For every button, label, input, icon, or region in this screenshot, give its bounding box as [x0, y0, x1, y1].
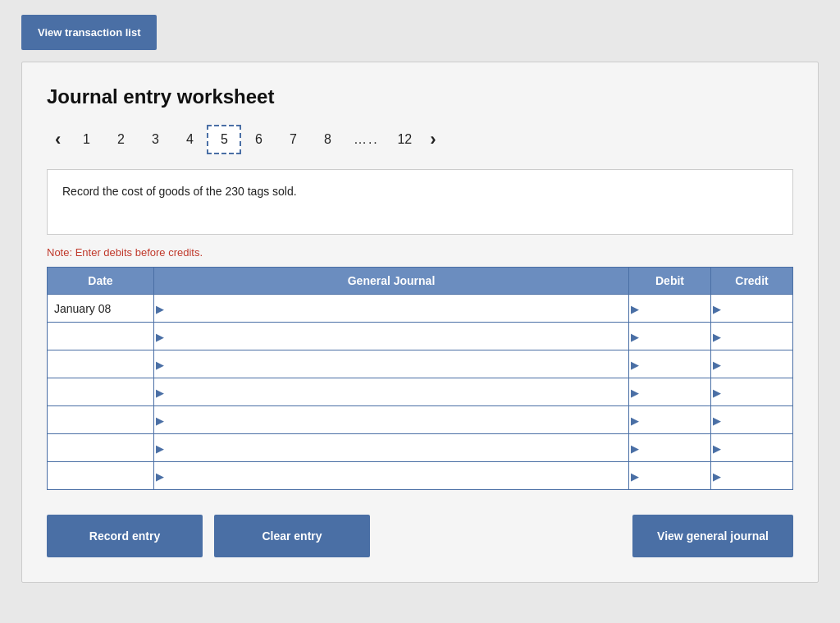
bottom-buttons: Record entry Clear entry View general jo… [47, 515, 793, 557]
page-title: Journal entry worksheet [47, 85, 793, 108]
pagination-page-6[interactable]: 6 [241, 125, 276, 154]
table-row-debit-4[interactable]: ▶ [629, 406, 711, 434]
table-row-debit-3[interactable]: ▶ [629, 378, 711, 406]
table-row-date-6 [48, 462, 154, 490]
table-row-credit-1[interactable]: ▶ [711, 323, 793, 350]
instruction-box: Record the cost of goods of the 230 tags… [47, 169, 793, 235]
journal-input-6[interactable] [169, 462, 628, 489]
table-row-journal-1[interactable]: ▶ [154, 323, 629, 350]
instruction-text: Record the cost of goods of the 230 tags… [62, 185, 297, 198]
arrow-icon-debit-3: ▶ [631, 386, 639, 398]
debit-input-4[interactable] [644, 406, 710, 433]
pagination-ellipsis: ….. [345, 132, 387, 147]
arrow-icon-credit-1: ▶ [713, 330, 721, 342]
arrow-icon-credit-3: ▶ [713, 386, 721, 398]
pagination-page-3[interactable]: 3 [138, 125, 172, 154]
debit-input-1[interactable] [644, 323, 710, 350]
arrow-icon-debit-6: ▶ [631, 470, 639, 482]
debit-input-3[interactable] [644, 378, 710, 405]
arrow-icon-debit-0: ▶ [631, 302, 639, 314]
table-row-debit-2[interactable]: ▶ [629, 350, 711, 378]
credit-input-6[interactable] [726, 462, 792, 489]
table-row-credit-3[interactable]: ▶ [711, 378, 793, 406]
table-row-journal-4[interactable]: ▶ [154, 406, 629, 434]
debit-input-0[interactable] [644, 295, 710, 322]
pagination-page-4[interactable]: 4 [172, 125, 207, 154]
debit-input-2[interactable] [644, 350, 710, 378]
debit-input-6[interactable] [644, 462, 710, 489]
header-debit: Debit [629, 268, 711, 295]
journal-input-4[interactable] [169, 406, 628, 433]
header-date: Date [48, 268, 154, 295]
table-row-date-1 [48, 323, 154, 350]
arrow-icon-debit-2: ▶ [631, 358, 639, 370]
arrow-icon-credit-0: ▶ [713, 302, 721, 314]
arrow-icon-credit-6: ▶ [713, 470, 721, 482]
pagination-page-8[interactable]: 8 [310, 125, 345, 154]
note-text: Note: Enter debits before credits. [47, 246, 793, 259]
table-row-debit-1[interactable]: ▶ [629, 323, 711, 350]
arrow-icon-journal-6: ▶ [156, 470, 164, 482]
journal-input-3[interactable] [169, 378, 628, 405]
pagination-next[interactable]: › [422, 127, 444, 152]
arrow-icon-credit-2: ▶ [713, 358, 721, 370]
journal-input-5[interactable] [169, 434, 628, 461]
table-row-journal-6[interactable]: ▶ [154, 462, 629, 490]
table-row-debit-6[interactable]: ▶ [629, 462, 711, 490]
table-row-credit-4[interactable]: ▶ [711, 406, 793, 434]
arrow-icon-journal-0: ▶ [156, 302, 164, 314]
table-row-credit-2[interactable]: ▶ [711, 350, 793, 378]
pagination-page-12[interactable]: 12 [387, 125, 422, 154]
table-row-date-4 [48, 406, 154, 434]
credit-input-1[interactable] [726, 323, 792, 350]
table-row-date-0: January 08 [48, 295, 154, 323]
journal-table: Date General Journal Debit Credit Januar… [47, 267, 793, 490]
table-row-debit-5[interactable]: ▶ [629, 434, 711, 462]
debit-input-5[interactable] [644, 434, 710, 461]
header-journal: General Journal [154, 268, 629, 295]
clear-entry-button[interactable]: Clear entry [214, 515, 370, 557]
table-row-journal-0[interactable]: ▶ [154, 295, 629, 323]
table-row-credit-0[interactable]: ▶ [711, 295, 793, 323]
table-row-debit-0[interactable]: ▶ [629, 295, 711, 323]
arrow-icon-journal-1: ▶ [156, 330, 164, 342]
view-transaction-list-button[interactable]: View transaction list [21, 15, 157, 50]
view-general-journal-button[interactable]: View general journal [632, 515, 793, 557]
pagination-prev[interactable]: ‹ [47, 127, 69, 152]
table-row-credit-6[interactable]: ▶ [711, 462, 793, 490]
table-row-journal-2[interactable]: ▶ [154, 350, 629, 378]
table-row-date-2 [48, 350, 154, 378]
credit-input-4[interactable] [726, 406, 792, 433]
table-row-date-3 [48, 378, 154, 406]
table-row-credit-5[interactable]: ▶ [711, 434, 793, 462]
journal-input-2[interactable] [169, 350, 628, 378]
journal-input-0[interactable] [169, 295, 628, 322]
header-credit: Credit [711, 268, 793, 295]
arrow-icon-debit-4: ▶ [631, 414, 639, 426]
credit-input-3[interactable] [726, 378, 792, 405]
table-row-date-5 [48, 434, 154, 462]
credit-input-5[interactable] [726, 434, 792, 461]
journal-input-1[interactable] [169, 323, 628, 350]
table-row-journal-3[interactable]: ▶ [154, 378, 629, 406]
arrow-icon-journal-5: ▶ [156, 442, 164, 454]
arrow-icon-journal-3: ▶ [156, 386, 164, 398]
pagination-page-7[interactable]: 7 [276, 125, 310, 154]
record-entry-button[interactable]: Record entry [47, 515, 203, 557]
arrow-icon-debit-1: ▶ [631, 330, 639, 342]
pagination-page-5[interactable]: 5 [207, 125, 241, 154]
arrow-icon-credit-5: ▶ [713, 442, 721, 454]
credit-input-2[interactable] [726, 350, 792, 378]
arrow-icon-journal-4: ▶ [156, 414, 164, 426]
arrow-icon-credit-4: ▶ [713, 414, 721, 426]
main-card: Journal entry worksheet ‹ 1 2 3 4 5 6 7 … [21, 62, 819, 583]
arrow-icon-journal-2: ▶ [156, 358, 164, 370]
table-row-journal-5[interactable]: ▶ [154, 434, 629, 462]
arrow-icon-debit-5: ▶ [631, 442, 639, 454]
pagination: ‹ 1 2 3 4 5 6 7 8 ….. 12 › [47, 125, 793, 154]
pagination-page-2[interactable]: 2 [103, 125, 138, 154]
credit-input-0[interactable] [726, 295, 792, 322]
pagination-page-1[interactable]: 1 [69, 125, 103, 154]
